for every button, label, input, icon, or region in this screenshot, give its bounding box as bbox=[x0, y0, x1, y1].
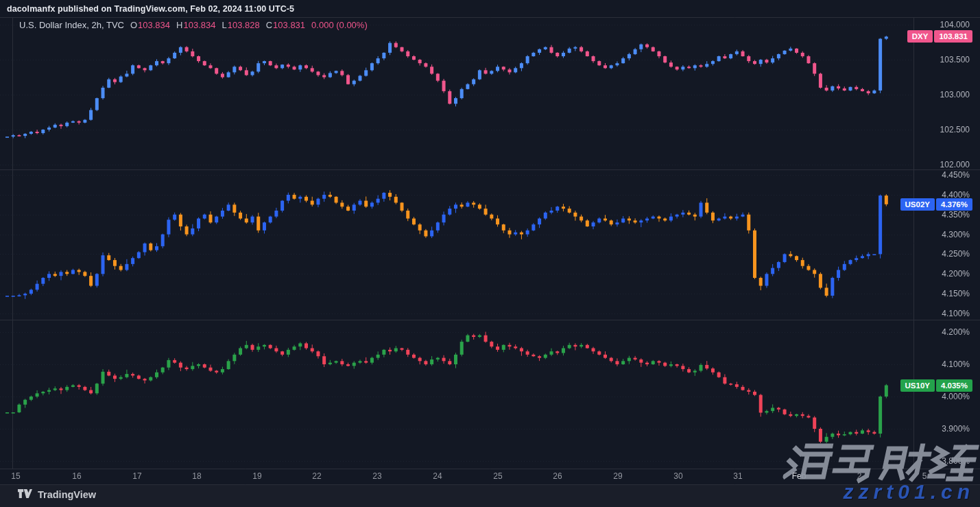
chart-page: dacolmanfx published on TradingView.com,… bbox=[0, 0, 980, 507]
tradingview-logo-label: TradingView bbox=[38, 489, 96, 500]
time-tick-23: 23 bbox=[372, 471, 381, 481]
last-price-chip-us10y: US10Y4.035% bbox=[900, 379, 972, 392]
price-tick-us02y-7: 4.100% bbox=[942, 308, 970, 319]
price-tick-dxy-4: 102.000 bbox=[940, 159, 970, 170]
chip-price-value: 103.831 bbox=[934, 30, 972, 43]
last-price-chip-dxy: DXY103.831 bbox=[907, 30, 972, 43]
price-tick-dxy-2: 103.000 bbox=[940, 89, 970, 100]
time-tick-31: 31 bbox=[733, 471, 742, 481]
chip-price-value: 4.376% bbox=[936, 198, 972, 211]
time-tick-17: 17 bbox=[132, 471, 141, 481]
price-tick-us02y-2: 4.350% bbox=[942, 209, 970, 220]
chip-symbol-label: DXY bbox=[907, 30, 933, 43]
time-tick-19: 19 bbox=[252, 471, 261, 481]
price-tick-us02y-0: 4.450% bbox=[942, 169, 970, 180]
price-tick-us02y-4: 4.250% bbox=[942, 248, 970, 259]
price-tick-dxy-0: 104.000 bbox=[940, 19, 970, 30]
price-tick-us10y-1: 4.100% bbox=[942, 359, 970, 370]
time-tick-18: 18 bbox=[192, 471, 201, 481]
price-tick-us02y-6: 4.150% bbox=[942, 288, 970, 299]
tradingview-logo[interactable]: TradingView bbox=[18, 488, 96, 501]
tradingview-logo-icon bbox=[18, 488, 32, 501]
price-tick-dxy-1: 103.500 bbox=[940, 54, 970, 65]
price-tick-us10y-3: 3.900% bbox=[942, 423, 970, 434]
attribution-text: dacolmanfx published on TradingView.com,… bbox=[7, 4, 294, 14]
time-tick-22: 22 bbox=[312, 471, 321, 481]
time-tick-15: 15 bbox=[11, 471, 20, 481]
time-tick-24: 24 bbox=[433, 471, 442, 481]
time-tick-26: 26 bbox=[553, 471, 562, 481]
legend-change: 0.000 (0.00%) bbox=[311, 20, 368, 30]
candlestick-chart-canvas[interactable] bbox=[0, 0, 980, 507]
time-tick-29: 29 bbox=[613, 471, 622, 481]
price-tick-us10y-0: 4.200% bbox=[942, 327, 970, 338]
price-tick-us02y-3: 4.300% bbox=[942, 229, 970, 240]
last-price-chip-us02y: US02Y4.376% bbox=[900, 198, 972, 211]
legend-close: C103.831 bbox=[266, 20, 305, 30]
time-tick-30: 30 bbox=[673, 471, 682, 481]
chip-symbol-label: US02Y bbox=[900, 198, 935, 211]
price-tick-us10y-2: 4.000% bbox=[942, 391, 970, 402]
price-tick-us02y-5: 4.200% bbox=[942, 268, 970, 279]
legend-title[interactable]: U.S. Dollar Index, 2h, TVC bbox=[19, 20, 124, 30]
time-tick-16: 16 bbox=[72, 471, 81, 481]
legend-low: L103.828 bbox=[222, 20, 259, 30]
watermark-url: zzrt01.cn bbox=[844, 480, 975, 504]
attribution-header: dacolmanfx published on TradingView.com,… bbox=[7, 0, 294, 18]
chip-price-value: 4.035% bbox=[936, 379, 972, 392]
time-tick-25: 25 bbox=[493, 471, 502, 481]
symbol-legend[interactable]: U.S. Dollar Index, 2h, TVC O103.834 H103… bbox=[19, 20, 368, 30]
legend-high: H103.834 bbox=[176, 20, 215, 30]
price-tick-dxy-3: 102.500 bbox=[940, 124, 970, 135]
legend-open: O103.834 bbox=[130, 20, 170, 30]
chip-symbol-label: US10Y bbox=[900, 379, 935, 392]
